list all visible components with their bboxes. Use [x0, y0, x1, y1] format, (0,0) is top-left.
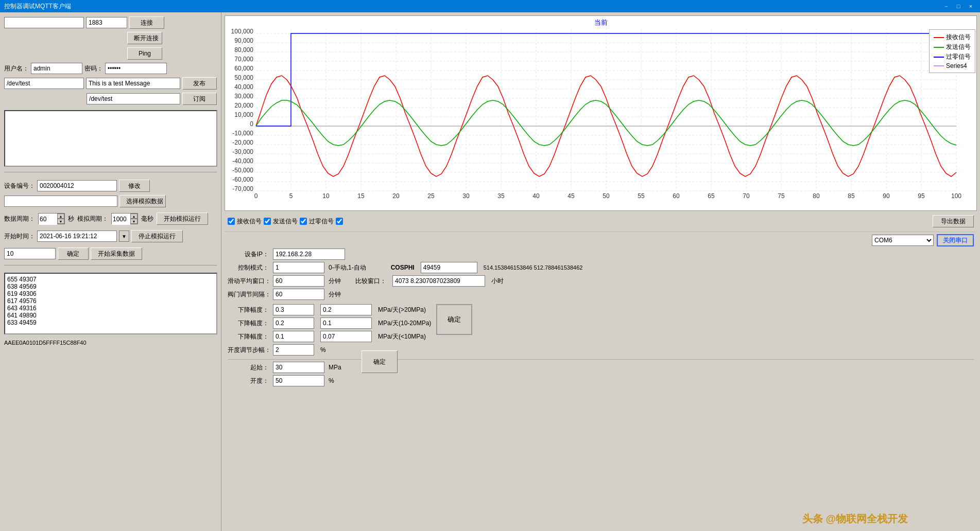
sim-period-value[interactable] [112, 214, 130, 225]
drop2-v2-input[interactable] [320, 317, 372, 329]
bottom-confirm-button[interactable]: 确定 [362, 350, 398, 373]
sim-period-up[interactable]: ▲ [130, 214, 137, 219]
svg-text:45: 45 [568, 192, 575, 200]
sim-path-input[interactable] [4, 196, 117, 207]
password-input[interactable] [105, 63, 167, 74]
svg-text:-50,000: -50,000 [232, 167, 253, 174]
subscribe-button[interactable]: 订阅 [182, 93, 217, 105]
divider2 [4, 265, 217, 266]
close-port-button[interactable]: 关闭串口 [937, 234, 974, 246]
extra-checkbox[interactable] [336, 218, 343, 225]
subscribe-topic-input[interactable] [87, 93, 180, 104]
opening-row: 开度： % [228, 375, 974, 386]
pass-label: 密码： [84, 64, 103, 73]
cosphi-label: COSPHI [391, 264, 415, 271]
opening-step-row: 开度调节步幅： % [228, 344, 431, 356]
divider1 [4, 172, 217, 172]
select-sim-button[interactable]: 选择模拟数据 [119, 195, 166, 207]
data-period-value[interactable] [39, 214, 57, 225]
svg-text:-70,000: -70,000 [232, 185, 253, 192]
svg-text:80: 80 [813, 192, 820, 200]
chart-title: 当前 [225, 16, 976, 28]
compare-input[interactable] [392, 275, 485, 287]
svg-text:5: 5 [289, 192, 293, 200]
svg-text:20,000: 20,000 [234, 102, 253, 109]
modify-button[interactable]: 修改 [119, 180, 150, 192]
opening-input[interactable] [273, 375, 324, 386]
com-port-select[interactable]: COM6 [872, 235, 934, 246]
svg-text:75: 75 [778, 192, 785, 200]
sim-period-spinner[interactable]: ▲ ▼ [111, 213, 138, 224]
publish-message-input[interactable] [86, 78, 180, 89]
drop1-label: 下降幅度： [228, 306, 269, 314]
data-period-down[interactable]: ▼ [57, 219, 64, 224]
svg-text:50,000: 50,000 [234, 74, 253, 81]
data-period-spinbtns: ▲ ▼ [57, 214, 64, 224]
confirm-button[interactable]: 确定 [58, 247, 89, 260]
legend-zero: 过零信号 [934, 52, 971, 61]
start-time-label: 开始时间： [4, 232, 35, 241]
sliding-avg-input[interactable] [273, 275, 324, 287]
zero-checkbox-label: 过零信号 [300, 217, 334, 226]
svg-text:25: 25 [427, 192, 435, 200]
zero-checkbox[interactable] [300, 218, 307, 225]
drop3-v1-input[interactable] [273, 331, 314, 342]
receive-checkbox[interactable] [228, 218, 235, 225]
data-log: 655 49307 638 49569 619 49306 617 49576 … [4, 273, 217, 334]
svg-text:40: 40 [532, 192, 540, 200]
drop1-v1-input[interactable] [273, 304, 314, 315]
control-mode-input[interactable] [273, 262, 324, 273]
start-time-input[interactable] [37, 231, 117, 242]
opening-step-input[interactable] [273, 344, 314, 356]
device-ip-input[interactable] [273, 249, 345, 260]
main-content: 连接 断开连接 Ping 用户名： 密码： 发布 [0, 12, 980, 531]
device-ip-row: 设备IP： [228, 249, 974, 260]
host-input[interactable] [4, 17, 84, 28]
sim-period-down[interactable]: ▼ [130, 219, 137, 224]
data-period-up[interactable]: ▲ [57, 214, 64, 219]
svg-text:10,000: 10,000 [234, 111, 253, 118]
stop-sim-button[interactable]: 停止模拟运行 [131, 230, 183, 242]
drop3-v2-input[interactable] [320, 331, 372, 342]
svg-text:10: 10 [322, 192, 330, 200]
device-ip-label: 设备IP： [228, 250, 269, 259]
window-title: 控制器调试MQTT客户端 [4, 2, 71, 11]
username-input[interactable] [31, 63, 82, 74]
port-input[interactable] [86, 17, 127, 28]
device-id-input[interactable] [37, 180, 117, 191]
number-input[interactable] [4, 248, 56, 259]
opening-step-label: 开度调节步幅： [228, 346, 269, 355]
data-log-line3: 619 49306 [7, 290, 214, 297]
ping-button[interactable]: Ping [127, 47, 162, 60]
disconnect-button[interactable]: 断开连接 [127, 32, 162, 44]
data-period-spinner[interactable]: ▲ ▼ [38, 213, 65, 224]
titlebar-controls: － □ × [941, 2, 976, 10]
log-area[interactable] [4, 110, 217, 167]
cosphi-input[interactable] [421, 262, 477, 273]
sim-period-spinbtns: ▲ ▼ [130, 214, 137, 224]
close-button[interactable]: × [966, 2, 976, 10]
legend-send-label: 发送信号 [946, 43, 971, 51]
sim-period-unit: 毫秒 [141, 215, 153, 223]
start-sim-button[interactable]: 开始模拟运行 [157, 213, 208, 225]
publish-topic-input[interactable] [4, 78, 84, 89]
drop2-v1-input[interactable] [273, 317, 314, 329]
send-checkbox[interactable] [264, 218, 271, 225]
svg-text:20: 20 [392, 192, 400, 200]
publish-button[interactable]: 发布 [182, 77, 217, 90]
minimize-button[interactable]: － [941, 2, 951, 10]
svg-text:0: 0 [254, 192, 258, 200]
start-collect-button[interactable]: 开始采集数据 [91, 247, 142, 260]
start-input[interactable] [273, 362, 324, 373]
drop2-row: 下降幅度： MPa/天(10-20MPa) [228, 317, 431, 329]
settings-confirm-button[interactable]: 确定 [436, 304, 472, 335]
left-panel: 连接 断开连接 Ping 用户名： 密码： 发布 [0, 12, 221, 531]
export-button[interactable]: 导出数据 [933, 215, 974, 227]
drop1-v2-input[interactable] [320, 304, 372, 315]
legend-series4-label: Series4 [946, 62, 967, 69]
valve-interval-input[interactable] [273, 289, 324, 300]
restore-button[interactable]: □ [953, 2, 964, 10]
svg-text:40,000: 40,000 [234, 83, 253, 91]
connect-button[interactable]: 连接 [129, 16, 164, 29]
datetime-picker-button[interactable]: ▼ [119, 231, 129, 242]
